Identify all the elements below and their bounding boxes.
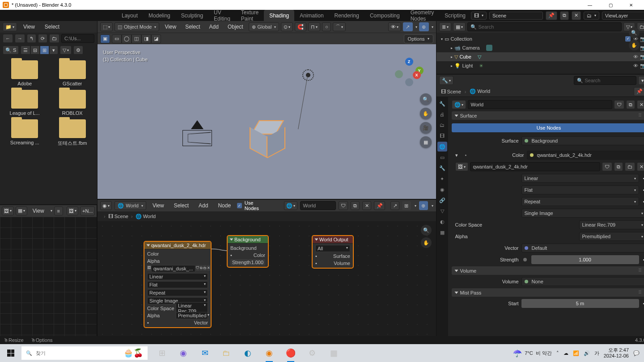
- image-name-field[interactable]: qwantani_dusk_2_4k.hdr: [470, 162, 600, 171]
- use-nodes-button[interactable]: Use Nodes: [452, 123, 644, 132]
- outliner-item-light[interactable]: ▸ 💡 Light ☀ 👁 📷: [436, 61, 644, 70]
- display-list-icon[interactable]: ☰: [21, 46, 30, 55]
- notifications-icon[interactable]: 💬: [633, 350, 640, 356]
- editor-type-icon[interactable]: 🔧▾: [439, 76, 453, 85]
- weather-widget[interactable]: ☂️ 7°C 비 약간: [513, 349, 552, 358]
- viewport-canvas[interactable]: User Perspective (1) Collection | Cube Z…: [97, 44, 436, 199]
- folder-item[interactable]: Screaming ...: [3, 119, 47, 147]
- copy-icon[interactable]: ⧉: [626, 100, 635, 109]
- tab-texture-icon[interactable]: ▦: [437, 227, 447, 237]
- mesh-data-icon[interactable]: ▽: [478, 54, 481, 60]
- copy-icon[interactable]: ⧉: [351, 201, 360, 210]
- node-canvas[interactable]: qwantani_dusk_2_4k.hdr Color Alpha 🖼 qwa…: [97, 221, 436, 336]
- ne-select[interactable]: Select: [170, 201, 192, 210]
- use-nodes-label[interactable]: Use Nodes: [245, 200, 267, 211]
- world-name-field[interactable]: World: [468, 100, 612, 109]
- ne-view[interactable]: View: [149, 201, 168, 210]
- options-dropdown[interactable]: Options▾: [404, 34, 433, 43]
- sel-more-icon[interactable]: ◪: [151, 34, 161, 43]
- folder-item[interactable]: ROBLOX: [51, 90, 95, 116]
- img-browse-icon[interactable]: 🖼▾: [67, 206, 79, 215]
- parent-icon[interactable]: ↗: [390, 201, 399, 210]
- bread-world[interactable]: 🌐 World: [136, 214, 156, 219]
- task-view-icon[interactable]: ⊞: [151, 344, 173, 362]
- axis-neg-z-icon[interactable]: [405, 78, 413, 86]
- tab-world-icon[interactable]: 🌐: [437, 142, 447, 152]
- close-button[interactable]: ✕: [621, 0, 641, 10]
- img-browse-icon[interactable]: 🖼: [147, 265, 151, 271]
- surface-field[interactable]: Background: [521, 136, 644, 145]
- tab-scripting[interactable]: Scripting: [439, 10, 471, 21]
- clock[interactable]: 오후 2:47 2024-12-06: [604, 347, 629, 359]
- tab-modifier-icon[interactable]: 🔧: [437, 163, 447, 173]
- vector-field[interactable]: Default: [521, 244, 644, 253]
- frames-select[interactable]: Single Image▾: [521, 209, 644, 218]
- img-new-button[interactable]: + N...: [80, 206, 95, 215]
- world-field[interactable]: World: [300, 201, 336, 210]
- tab-scene-icon[interactable]: 🎞: [437, 131, 447, 141]
- node-world-output[interactable]: World Output All▾ • Surface • Volume: [312, 236, 353, 268]
- tab-object-icon[interactable]: ▭: [437, 152, 447, 162]
- vp-object[interactable]: Object: [224, 22, 247, 31]
- tab-sculpting[interactable]: Sculpting: [176, 10, 208, 21]
- open-icon[interactable]: 🗀: [203, 265, 207, 271]
- tab-compositing[interactable]: Compositing: [364, 10, 405, 21]
- overlay-toggle-icon[interactable]: ⊕: [419, 22, 429, 31]
- open-icon[interactable]: 🗀: [625, 162, 635, 171]
- scene-copy-icon[interactable]: ⧉: [560, 11, 569, 20]
- mist-panel-header[interactable]: Mist Pass⠿: [452, 288, 644, 297]
- tab-particle-icon[interactable]: ✦: [437, 174, 447, 184]
- proportional-icon[interactable]: ○: [322, 22, 331, 31]
- surface-panel-header[interactable]: Surface⠿: [452, 111, 644, 120]
- copy-icon[interactable]: ⧉: [614, 162, 623, 171]
- target-select[interactable]: All▾: [315, 245, 350, 252]
- search-input[interactable]: 🔍 Search: [574, 76, 636, 85]
- tray-expand-icon[interactable]: ˄: [556, 350, 559, 356]
- bread-scene[interactable]: 🎞 Scene: [108, 214, 128, 219]
- alpha-select[interactable]: Premultiplied▾: [579, 232, 644, 241]
- pin-icon[interactable]: 📌: [634, 87, 644, 96]
- proj-select[interactable]: Flat▾: [147, 281, 208, 288]
- ne-add[interactable]: Add: [195, 201, 212, 210]
- taskbar-search[interactable]: 🔍 찾기🧁🍒: [21, 346, 148, 360]
- fb-view[interactable]: View: [20, 22, 38, 31]
- editor-type-icon[interactable]: ⬚▾: [100, 22, 113, 31]
- world-browse-icon[interactable]: 🌐▾: [284, 201, 297, 210]
- folder-item[interactable]: League of L...: [3, 90, 47, 116]
- collection-row[interactable]: ▾ ▭ Collection ✓ 👁 📷: [436, 34, 644, 43]
- ext-select[interactable]: Repeat▾: [521, 197, 639, 206]
- display-thumb-icon[interactable]: ⊞: [40, 46, 49, 55]
- options-icon[interactable]: ▾: [638, 76, 644, 85]
- filter-icon[interactable]: ▽▾: [60, 46, 72, 55]
- settings-icon[interactable]: ⚙: [73, 46, 83, 55]
- node-background[interactable]: Background Background • Color Strength1.…: [227, 236, 268, 267]
- alpha-select[interactable]: Premultiplied▾: [176, 312, 208, 319]
- img-mode-icon[interactable]: ▦▾: [16, 206, 27, 215]
- fb-select[interactable]: Select: [41, 22, 63, 31]
- folder-item[interactable]: 또테스트.fbm: [51, 119, 95, 147]
- camera-object[interactable]: [182, 120, 212, 146]
- tab-shading[interactable]: Shading: [264, 10, 294, 21]
- shield-icon[interactable]: 🛡: [339, 201, 348, 210]
- persp-toggle-icon[interactable]: ▦: [420, 136, 432, 148]
- snap-opts-icon[interactable]: ⊓▾: [308, 22, 320, 31]
- image-name-field[interactable]: qwantani_dusk_...: [151, 265, 195, 272]
- volume-field[interactable]: None: [521, 277, 644, 286]
- use-nodes-check[interactable]: ✓: [237, 203, 242, 208]
- nav-up-icon[interactable]: ↰: [27, 34, 36, 43]
- overlay-icon[interactable]: ⊕: [419, 201, 428, 210]
- scene-field[interactable]: Scene: [489, 12, 543, 20]
- zoom-icon[interactable]: 🔍: [420, 93, 432, 105]
- tab-output-icon[interactable]: 🖨: [437, 109, 447, 119]
- outliner-item-camera[interactable]: ▸ 📹 Camera 👁 📷: [436, 43, 644, 52]
- gizmo-toggle-icon[interactable]: ↗: [403, 22, 413, 31]
- blender-taskbar-icon[interactable]: ◉: [258, 344, 280, 362]
- unlink-icon[interactable]: ✕: [207, 265, 210, 271]
- scene-delete-icon[interactable]: ✕: [572, 11, 581, 20]
- proportional-opts-icon[interactable]: ⌒▾: [333, 22, 346, 31]
- mode-select[interactable]: ◫ Object Mode▾: [114, 22, 159, 31]
- editor-type-icon[interactable]: ≣▾: [439, 22, 451, 31]
- search-icon[interactable]: 🔍 S: [3, 46, 19, 55]
- outliner-item-cube[interactable]: ▸ ▽ Cube ▽ 👁 📷: [436, 52, 644, 61]
- onedrive-icon[interactable]: ☁: [564, 350, 568, 356]
